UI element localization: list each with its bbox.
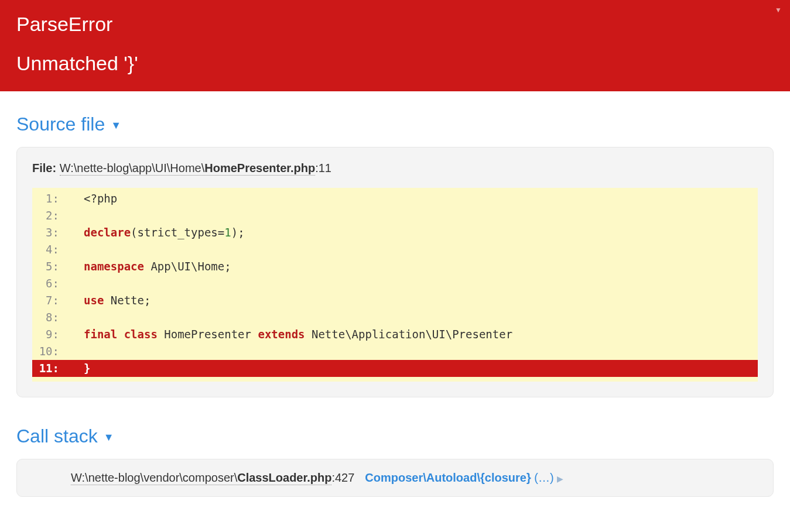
code-line: 2 — [32, 207, 758, 224]
call-stack-toggle[interactable]: Call stack ▼ — [16, 425, 774, 447]
code-line: 4 — [32, 241, 758, 258]
source-panel: File: W:\nette-blog\app\UI\Home\HomePres… — [16, 147, 774, 397]
source-code: 1 <?php 2 3 declare(strict_types=1); 4 5… — [32, 188, 758, 382]
call-stack-panel: W:\nette-blog\vendor\composer\ClassLoade… — [16, 459, 774, 497]
section-title-label: Source file — [16, 114, 105, 135]
chevron-right-icon: ▶ — [557, 474, 563, 483]
code-line: 3 declare(strict_types=1); — [32, 224, 758, 241]
source-file-toggle[interactable]: Source file ▼ — [16, 114, 774, 135]
error-message: Unmatched '}' — [16, 52, 774, 75]
stack-call[interactable]: Composer\Autoload\{closure} (…) ▶ — [365, 471, 563, 485]
code-line-highlight: 11 } — [32, 360, 758, 377]
code-line: 5 namespace App\UI\Home; — [32, 258, 758, 275]
error-type: ParseError — [16, 13, 774, 36]
file-line-no: :11 — [315, 162, 331, 174]
file-path[interactable]: W:\nette-blog\app\UI\Home\HomePresenter.… — [60, 162, 315, 176]
code-line: 10 — [32, 343, 758, 360]
stack-frame[interactable]: W:\nette-blog\vendor\composer\ClassLoade… — [32, 471, 758, 485]
file-label: File: — [32, 162, 56, 174]
source-file-section: Source file ▼ File: W:\nette-blog\app\UI… — [0, 91, 790, 403]
code-line: 1 <?php — [32, 190, 758, 207]
error-header: ▼ ParseError Unmatched '}' — [0, 0, 790, 91]
code-line: 8 — [32, 309, 758, 326]
stack-file-path[interactable]: W:\nette-blog\vendor\composer\ClassLoade… — [71, 471, 331, 485]
code-line: 6 — [32, 275, 758, 292]
collapse-icon[interactable]: ▼ — [775, 6, 782, 14]
call-stack-section: Call stack ▼ W:\nette-blog\vendor\compos… — [0, 403, 790, 503]
section-title-label: Call stack — [16, 425, 98, 447]
chevron-down-icon: ▼ — [104, 431, 114, 444]
code-line: 9 final class HomePresenter extends Nett… — [32, 326, 758, 343]
source-file-line: File: W:\nette-blog\app\UI\Home\HomePres… — [32, 162, 758, 175]
stack-line-no: :427 — [331, 471, 354, 484]
code-line: 7 use Nette; — [32, 292, 758, 309]
chevron-down-icon: ▼ — [111, 119, 121, 132]
